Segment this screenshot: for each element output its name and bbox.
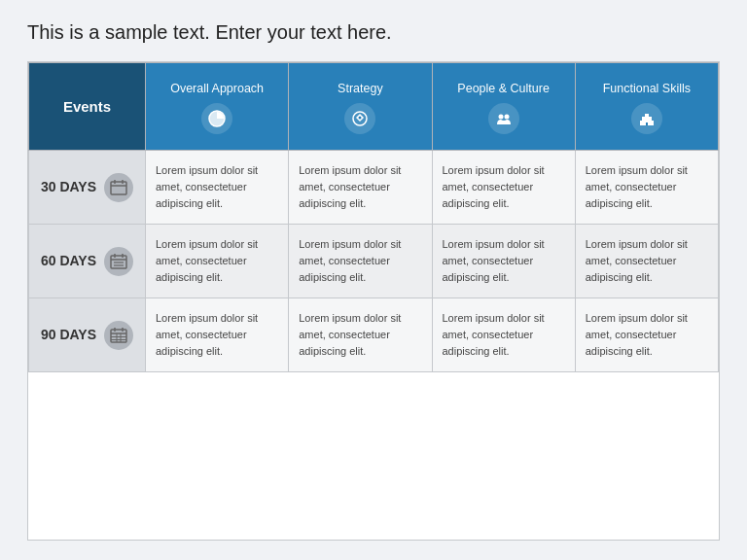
svg-point-2 xyxy=(359,116,362,119)
svg-point-4 xyxy=(504,114,509,119)
main-table-wrapper: Events Overall Approach xyxy=(27,61,720,541)
svg-rect-9 xyxy=(646,122,648,125)
page-title: This is a sample text. Enter your text h… xyxy=(27,21,720,44)
header-strategy: Strategy xyxy=(289,63,432,151)
header-row: Events Overall Approach xyxy=(29,63,719,151)
table-row: 90 DAYS Lorem ipsum dolor sit amet, cons… xyxy=(29,298,719,372)
content-cell-2-1: Lorem ipsum dolor sit amet, consectetuer… xyxy=(289,298,432,372)
day-cell-0: 30 DAYS xyxy=(29,151,146,225)
header-events: Events xyxy=(29,63,146,151)
content-cell-0-1: Lorem ipsum dolor sit amet, consectetuer… xyxy=(289,151,432,225)
page-container: This is a sample text. Enter your text h… xyxy=(0,0,747,560)
puzzle-icon xyxy=(344,103,375,134)
day-icon-2 xyxy=(104,321,133,350)
content-cell-1-2: Lorem ipsum dolor sit amet, consectetuer… xyxy=(432,225,575,298)
content-cell-0-3: Lorem ipsum dolor sit amet, consectetuer… xyxy=(575,151,718,225)
table-row: 60 DAYS Lorem ipsum dolor sit amet, cons… xyxy=(29,225,719,298)
day-icon-1 xyxy=(104,247,133,276)
header-people-culture: People & Culture xyxy=(432,63,575,151)
table-row: 30 DAYS Lorem ipsum dolor sit amet, cons… xyxy=(29,151,719,225)
factory-icon xyxy=(631,103,662,134)
header-overall-approach: Overall Approach xyxy=(146,63,289,151)
content-cell-1-3: Lorem ipsum dolor sit amet, consectetuer… xyxy=(575,225,718,298)
day-label: 90 DAYS xyxy=(41,325,96,345)
content-cell-0-2: Lorem ipsum dolor sit amet, consectetuer… xyxy=(432,151,575,225)
svg-rect-20 xyxy=(111,330,126,342)
content-cell-2-2: Lorem ipsum dolor sit amet, consectetuer… xyxy=(432,298,575,372)
svg-rect-7 xyxy=(649,117,652,121)
day-label: 30 DAYS xyxy=(41,177,96,197)
chart-icon xyxy=(201,103,232,134)
header-functional-skills: Functional Skills xyxy=(575,63,718,151)
svg-rect-8 xyxy=(645,114,649,121)
group-icon xyxy=(488,103,519,134)
content-cell-2-0: Lorem ipsum dolor sit amet, consectetuer… xyxy=(146,298,289,372)
day-icon-0 xyxy=(104,173,133,202)
day-label: 60 DAYS xyxy=(41,251,96,271)
content-cell-1-1: Lorem ipsum dolor sit amet, consectetuer… xyxy=(289,225,432,298)
svg-rect-10 xyxy=(111,182,126,194)
content-cell-1-0: Lorem ipsum dolor sit amet, consectetuer… xyxy=(146,225,289,298)
content-cell-0-0: Lorem ipsum dolor sit amet, consectetuer… xyxy=(146,151,289,225)
svg-rect-6 xyxy=(642,117,645,121)
content-cell-2-3: Lorem ipsum dolor sit amet, consectetuer… xyxy=(575,298,718,372)
day-cell-2: 90 DAYS xyxy=(29,298,146,372)
svg-point-3 xyxy=(498,114,503,119)
main-table: Events Overall Approach xyxy=(28,62,719,372)
day-cell-1: 60 DAYS xyxy=(29,225,146,298)
